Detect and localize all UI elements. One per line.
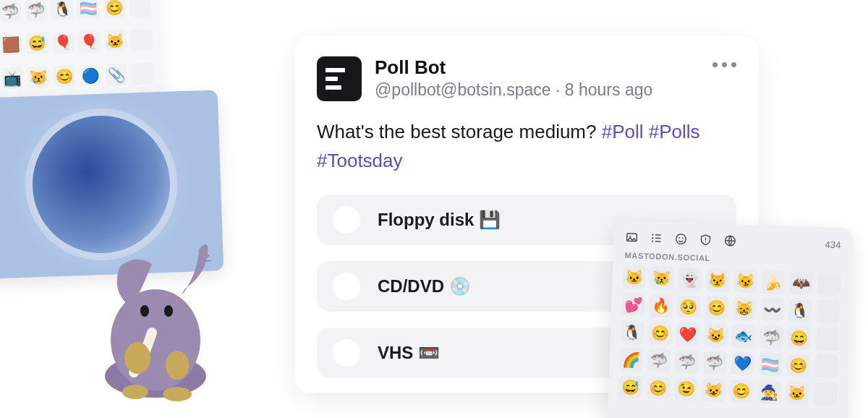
image-icon[interactable] bbox=[625, 231, 639, 244]
emoji-cell[interactable]: 〰️ bbox=[760, 297, 784, 321]
svg-point-10 bbox=[652, 234, 653, 236]
emoji-cell[interactable] bbox=[132, 62, 154, 85]
emoji-cell[interactable] bbox=[815, 327, 839, 351]
emoji-cell[interactable]: 😸 bbox=[733, 297, 757, 320]
emoji-cell[interactable] bbox=[813, 382, 837, 406]
emoji-cell[interactable]: 🐧 bbox=[788, 299, 812, 323]
emoji-cell[interactable]: 😊 bbox=[103, 0, 125, 18]
emoji-cell[interactable]: 😊 bbox=[786, 354, 810, 378]
emoji-cell[interactable] bbox=[814, 354, 838, 378]
emoji-cell[interactable]: 💙 bbox=[731, 351, 754, 375]
list-icon[interactable] bbox=[650, 231, 663, 245]
emoji-cell[interactable]: 💕 bbox=[621, 293, 645, 317]
avatar[interactable] bbox=[317, 56, 362, 101]
emoji-cell[interactable]: 🧙 bbox=[757, 380, 781, 404]
globe-icon[interactable] bbox=[723, 234, 737, 248]
emoji-cell[interactable]: 😿 bbox=[27, 66, 50, 88]
emoji-cell[interactable]: 🐧 bbox=[620, 320, 644, 344]
emoji-cell[interactable]: 🦈 bbox=[0, 0, 22, 22]
svg-point-4 bbox=[124, 342, 150, 374]
emoji-cell[interactable] bbox=[129, 0, 151, 17]
timestamp[interactable]: 8 hours ago bbox=[565, 80, 652, 99]
poll-option-label: Floppy disk 💾 bbox=[378, 210, 501, 230]
emoji-cell[interactable]: ❤️ bbox=[676, 322, 699, 346]
radio-icon bbox=[333, 339, 360, 367]
emoji-cell[interactable]: 🐱 bbox=[104, 30, 127, 52]
emoji-cell[interactable]: 🐱 bbox=[786, 381, 809, 405]
emoji-cell[interactable]: 🦇 bbox=[789, 271, 813, 295]
hashtag[interactable]: #Tootsday bbox=[317, 150, 403, 171]
emoji-cell[interactable]: 😊 bbox=[54, 65, 76, 88]
mastodon-mascot bbox=[83, 239, 228, 405]
svg-point-2 bbox=[140, 305, 149, 317]
emoji-cell[interactable]: 😊 bbox=[646, 376, 670, 400]
emoji-cell[interactable]: 🐟 bbox=[731, 324, 755, 348]
emoji-cell[interactable]: 🎈 bbox=[78, 30, 101, 53]
more-menu-button[interactable] bbox=[712, 56, 736, 67]
emoji-cell[interactable]: 😺 bbox=[702, 378, 726, 402]
emoji-cell[interactable]: 📎 bbox=[106, 63, 128, 85]
emoji-cell[interactable]: 😊 bbox=[705, 296, 728, 320]
account-handle[interactable]: @pollbot@botsin.space bbox=[375, 80, 551, 99]
emoji-cell[interactable]: 😊 bbox=[648, 321, 672, 345]
emoji-cell[interactable] bbox=[130, 28, 153, 51]
shield-icon[interactable] bbox=[699, 233, 712, 247]
post-text: What's the best storage medium? bbox=[317, 121, 602, 142]
post-meta: Poll Bot @pollbot@botsin.space · 8 hours… bbox=[375, 56, 699, 100]
emoji-cell[interactable]: 😿 bbox=[650, 266, 674, 290]
emoji-cell[interactable]: 😼 bbox=[733, 269, 757, 293]
radio-icon bbox=[333, 273, 360, 300]
emoji-cell[interactable]: 🦈 bbox=[760, 325, 783, 349]
emoji-cell[interactable]: 🏳️‍⚧️ bbox=[758, 352, 782, 376]
emoji-cell[interactable]: 😅 bbox=[618, 375, 642, 399]
emoji-grid: 🐱 😿 👻 😾 😼 🍌 🦇 💕 🔥 🥺 😊 😸 〰️ 🐧 🐧 😊 ❤️ 😺 🐟 … bbox=[618, 265, 841, 406]
emoji-cell[interactable]: 😊 bbox=[730, 379, 754, 403]
svg-point-1 bbox=[111, 289, 200, 391]
emoji-cell[interactable]: 🦈 bbox=[25, 0, 48, 21]
emoji-cell[interactable] bbox=[817, 272, 841, 296]
svg-point-3 bbox=[164, 305, 173, 317]
emoji-cell[interactable]: 😅 bbox=[26, 32, 48, 54]
emoji-cell[interactable]: 📺 bbox=[1, 67, 24, 89]
emoji-cell[interactable]: 😉 bbox=[674, 377, 698, 401]
svg-point-15 bbox=[682, 237, 684, 239]
poll-option-label: CD/DVD 💿 bbox=[378, 276, 471, 297]
post-subline: @pollbot@botsin.space · 8 hours ago bbox=[375, 80, 699, 100]
display-name[interactable]: Poll Bot bbox=[375, 56, 699, 79]
emoji-cell[interactable]: 🦈 bbox=[702, 351, 726, 375]
radio-icon bbox=[333, 206, 360, 234]
emoji-tray: 😊 👢 🙂 💬 😄 🦈 🦈 🦈 🐧 🏳️‍⚧️ 😊 🟫 😅 🎈 🎈 🐱 📺 😿 … bbox=[0, 0, 161, 104]
hashtag[interactable]: #Polls bbox=[649, 121, 700, 142]
svg-point-14 bbox=[678, 237, 680, 239]
svg-point-16 bbox=[705, 242, 707, 243]
post-header: Poll Bot @pollbot@botsin.space · 8 hours… bbox=[317, 56, 736, 101]
emoji-cell[interactable] bbox=[816, 299, 840, 323]
hashtag[interactable]: #Poll bbox=[602, 121, 644, 142]
poll-option-label: VHS 📼 bbox=[378, 343, 440, 363]
audio-visualizer bbox=[30, 114, 173, 256]
svg-point-13 bbox=[676, 234, 686, 244]
emoji-cell[interactable]: 🍌 bbox=[761, 270, 785, 294]
emoji-cell[interactable]: 🥺 bbox=[677, 294, 701, 318]
emoji-cell[interactable]: 🐧 bbox=[51, 0, 74, 20]
emoji-cell[interactable]: 🐱 bbox=[622, 265, 646, 289]
emoji-cell[interactable]: 🦈 bbox=[647, 349, 671, 372]
emoji-cell[interactable]: 🎈 bbox=[52, 31, 75, 54]
smile-icon[interactable] bbox=[674, 232, 688, 246]
emoji-cell[interactable]: 🔥 bbox=[649, 294, 673, 317]
emoji-cell[interactable]: 🟫 bbox=[0, 33, 22, 56]
svg-point-7 bbox=[163, 387, 192, 401]
emoji-cell[interactable]: 😺 bbox=[704, 323, 728, 347]
separator: · bbox=[551, 80, 565, 99]
svg-point-11 bbox=[652, 237, 653, 239]
emoji-picker: 434 MASTODON.SOCIAL 🐱 😿 👻 😾 😼 🍌 🦇 💕 🔥 🥺 … bbox=[607, 220, 853, 418]
emoji-cell[interactable]: 👻 bbox=[678, 267, 702, 291]
emoji-cell[interactable]: 🏳️‍⚧️ bbox=[77, 0, 99, 19]
emoji-cell[interactable]: 🔵 bbox=[80, 64, 102, 86]
emoji-count: 434 bbox=[825, 239, 841, 250]
post-body: What's the best storage medium? #Poll #P… bbox=[317, 117, 736, 176]
emoji-cell[interactable]: 🦈 bbox=[675, 349, 699, 373]
emoji-cell[interactable]: 🌈 bbox=[619, 348, 643, 372]
emoji-cell[interactable]: 😾 bbox=[705, 268, 729, 292]
emoji-cell[interactable]: 😄 bbox=[787, 326, 811, 350]
